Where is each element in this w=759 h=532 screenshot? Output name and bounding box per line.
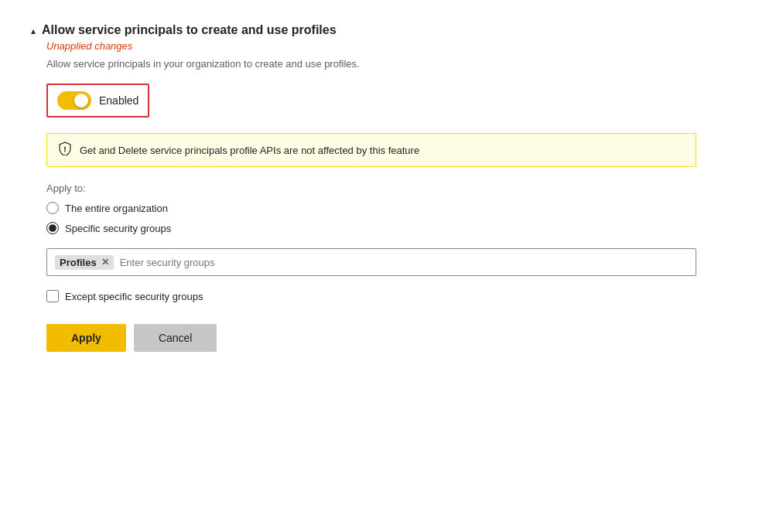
- info-banner-text: Get and Delete service principals profil…: [80, 145, 419, 156]
- apply-to-radio-group: The entire organization Specific securit…: [46, 202, 728, 234]
- security-groups-input[interactable]: [120, 257, 688, 268]
- info-shield-icon: [58, 142, 72, 159]
- action-buttons: Apply Cancel: [46, 324, 728, 352]
- profiles-tag: Profiles ✕: [55, 255, 114, 270]
- security-groups-field: Profiles ✕: [46, 248, 696, 276]
- toggle-track: [57, 91, 91, 110]
- tag-remove-button[interactable]: ✕: [101, 257, 109, 267]
- radio-specific-groups[interactable]: Specific security groups: [46, 222, 728, 234]
- toggle-label: Enabled: [99, 94, 138, 107]
- section-header: ▴ Allow service principals to create and…: [31, 23, 728, 37]
- radio-specific-groups-input[interactable]: [46, 222, 59, 234]
- unapplied-changes-label: Unapplied changes: [46, 40, 728, 52]
- apply-to-label: Apply to:: [46, 182, 728, 194]
- cancel-button[interactable]: Cancel: [134, 324, 217, 352]
- radio-entire-org-input[interactable]: [46, 202, 59, 214]
- toggle-thumb: [74, 94, 88, 107]
- info-banner: Get and Delete service principals profil…: [46, 133, 696, 167]
- radio-entire-org-label: The entire organization: [65, 203, 168, 214]
- apply-button[interactable]: Apply: [46, 324, 126, 352]
- enabled-toggle[interactable]: [57, 91, 91, 110]
- toggle-container: Enabled: [46, 84, 149, 118]
- radio-specific-groups-label: Specific security groups: [65, 223, 171, 234]
- tag-label: Profiles: [60, 257, 97, 268]
- collapse-icon[interactable]: ▴: [31, 26, 36, 36]
- section-description: Allow service principals in your organiz…: [46, 58, 728, 70]
- tags-input-container[interactable]: Profiles ✕: [46, 248, 696, 276]
- except-checkbox-row[interactable]: Except specific security groups: [46, 290, 728, 302]
- except-checkbox[interactable]: [46, 290, 59, 302]
- radio-entire-org[interactable]: The entire organization: [46, 202, 728, 214]
- except-checkbox-label: Except specific security groups: [65, 291, 203, 302]
- section-title: Allow service principals to create and u…: [42, 23, 337, 37]
